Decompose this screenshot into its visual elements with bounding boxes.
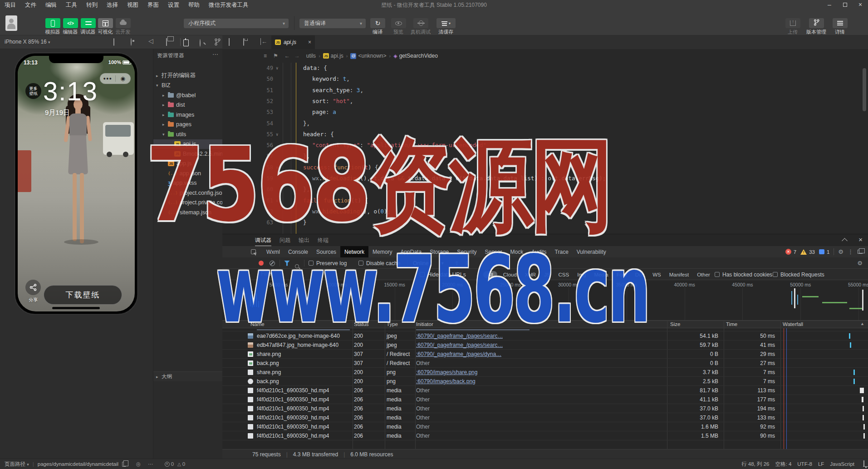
network-row[interactable]: back.png200png:60790/images/back.png2.5 … (222, 377, 868, 386)
真机调试-button[interactable] (413, 18, 428, 28)
devtools-tab-console[interactable]: Console (284, 246, 312, 257)
network-overview-timeline[interactable]: 5000 ms10000 ms15000 ms20000 ms25000 ms3… (222, 280, 868, 321)
network-row[interactable]: f4f0d210c1_6900350_hd.mp4206mediaOther37… (222, 413, 868, 422)
statusbar-item[interactable]: 空格: 4 (775, 461, 792, 468)
column-header-waterfall[interactable]: Waterfall (783, 321, 803, 327)
network-row[interactable]: share.png307/ Redirect:60790/_pageframe_… (222, 350, 868, 359)
panel-tab[interactable]: 问题 (280, 237, 290, 244)
清缓存-button[interactable]: ▾ (436, 18, 456, 28)
close-tab-icon[interactable]: × (308, 39, 311, 45)
kebab-menu-icon[interactable]: ⋮ (848, 248, 853, 255)
extensions-icon[interactable] (229, 39, 230, 45)
tree-item[interactable]: ▸打开的编辑器 (153, 71, 223, 81)
collapse-sidebar-icon[interactable]: ← (260, 38, 267, 45)
forward-icon[interactable]: → (294, 53, 300, 59)
tree-item[interactable]: {..}project.private.config.js... (153, 198, 223, 208)
tree-item[interactable]: ▾utils (153, 129, 223, 139)
device-select[interactable]: iPhone X 85% 16 ▾ (5, 39, 50, 45)
more-actions-icon[interactable]: ⋯ (212, 51, 219, 58)
fold-chevron-icon[interactable]: ∨ (276, 195, 278, 206)
tree-item[interactable]: ▾BIZ (153, 81, 223, 91)
上传-button[interactable] (785, 18, 800, 28)
explorer-icon[interactable] (185, 39, 186, 45)
devtools-tab-audits[interactable]: Audits (527, 246, 550, 257)
预览-button[interactable] (391, 18, 406, 28)
filter-chip-doc[interactable]: Doc (633, 271, 647, 278)
devtools-tab-security[interactable]: Security (453, 246, 481, 257)
statusbar-item[interactable]: 行 48, 列 26 (741, 461, 769, 468)
cell-initiator[interactable]: :60790/_pageframe_/pages/searc… (416, 333, 503, 339)
code-editor[interactable]: ≡ ⚑ ← → utils › JS api.js › @ <unknown> … (222, 49, 868, 234)
notifications-bell-icon[interactable] (863, 461, 864, 466)
tree-item[interactable]: ▸dist (153, 100, 223, 110)
share-button[interactable] (25, 280, 41, 295)
page-path-label[interactable]: 页面路径 ▾ (5, 461, 29, 468)
copy-icon[interactable] (122, 462, 126, 467)
filter-chip-ws[interactable]: WS (650, 271, 663, 278)
tree-item[interactable]: ▸pages (153, 120, 223, 130)
compile-mode-select[interactable]: 普通编译▾ (299, 19, 366, 28)
page-path-value[interactable]: pages/dynamicdetail/dynamicdetail (38, 461, 118, 467)
save-icon[interactable] (243, 39, 244, 45)
可视化-button[interactable] (98, 18, 113, 28)
statusbar-item[interactable]: LF (818, 461, 824, 467)
network-row[interactable]: f4f0d210c1_6900350_hd.mp4206mediaOther41… (222, 395, 868, 404)
devtools-tab-sources[interactable]: Sources (312, 246, 340, 257)
panel-tab[interactable]: 输出 (299, 237, 309, 244)
miniprogram-capsule[interactable]: ●●● ◉ (100, 73, 131, 84)
outline-section[interactable]: ▸ 大纲 (153, 371, 223, 381)
network-row[interactable]: f4f0d210c1_6900350_hd.mp4206mediaOther37… (222, 404, 868, 413)
close-button[interactable]: × (853, 0, 868, 10)
devtools-tab-wxml[interactable]: Wxml (262, 246, 284, 257)
编译-button[interactable]: ↻ (370, 18, 385, 28)
fold-chevron-icon[interactable]: ∨ (276, 129, 278, 140)
bookmark-icon[interactable]: ⚑ (273, 53, 278, 59)
column-header-initiator[interactable]: Initiator (416, 321, 433, 327)
import-har-icon[interactable]: ⇧ (455, 257, 459, 269)
network-row[interactable]: f4f0d210c1_6900350_hd.mp4206mediaOther1.… (222, 431, 868, 440)
filter-icon[interactable] (284, 257, 290, 269)
throttling-select[interactable]: Online▼ (413, 257, 445, 269)
filter-chip-css[interactable]: CSS (556, 271, 572, 278)
download-wallpaper-button[interactable]: 下载壁纸 (44, 285, 122, 305)
column-header-status[interactable]: Status (354, 321, 369, 327)
problems-errors[interactable]: ✕0 (165, 461, 174, 467)
blocked-requests-checkbox[interactable]: Blocked Requests (773, 269, 824, 280)
breadcrumb-file[interactable]: api.js (331, 53, 343, 59)
breadcrumb-utils[interactable]: utils (306, 53, 316, 59)
target-icon[interactable]: ◎ (136, 461, 141, 467)
network-settings-gear-icon[interactable]: ⚙ (857, 257, 863, 269)
devtools-tab-storage[interactable]: Storage (426, 246, 453, 257)
tree-item[interactable]: JSapi.js (153, 139, 223, 149)
collapse-panel-icon[interactable] (842, 237, 847, 242)
mode-select[interactable]: 小程序模式▾ (184, 19, 289, 28)
tree-item[interactable]: ▸images (153, 110, 223, 120)
filter-chip-xhr[interactable]: XHR (523, 271, 538, 278)
filter-chip-manifest[interactable]: Manifest (667, 271, 691, 278)
devtools-tab-trace[interactable]: Trace (551, 246, 573, 257)
column-header-time[interactable]: Time (726, 321, 737, 327)
sound-icon[interactable]: ◁ (148, 38, 153, 44)
inspect-cursor-icon[interactable] (251, 249, 256, 254)
windows-icon[interactable] (166, 39, 167, 45)
fold-chevron-icon[interactable]: ∨ (276, 63, 278, 74)
devtools-tab-network[interactable]: Network (340, 246, 368, 257)
search-icon[interactable] (200, 39, 201, 46)
network-row[interactable]: back.png307/ RedirectOther0 B27 ms (222, 359, 868, 368)
编辑器-button[interactable]: </> (63, 18, 78, 28)
filter-chip-all[interactable]: All (483, 271, 497, 278)
column-header-type[interactable]: Type (387, 321, 398, 327)
filter-input[interactable]: Filter (261, 271, 397, 277)
版本管理-button[interactable] (809, 18, 824, 28)
tree-item[interactable]: ʒapp.wxss (153, 178, 223, 188)
filter-chip-other[interactable]: Other (695, 271, 712, 278)
network-row[interactable]: edb47af847.jpg_home-image-640200jpeg:607… (222, 341, 868, 350)
list-icon[interactable]: ≡ (264, 53, 267, 59)
network-row[interactable]: f4f0d210c1_6900350_hd.mp4206mediaOther81… (222, 386, 868, 395)
detach-panel-icon[interactable] (858, 250, 863, 254)
breadcrumb-symbol[interactable]: getSearchVideo (399, 53, 438, 59)
模拟器-button[interactable] (45, 18, 60, 28)
cell-initiator[interactable]: :60790/_pageframe_/pages/dyna… (416, 351, 501, 357)
filter-chip-font[interactable]: Font (614, 271, 629, 278)
cell-initiator[interactable]: :60790/_pageframe_/pages/searc… (416, 342, 503, 348)
